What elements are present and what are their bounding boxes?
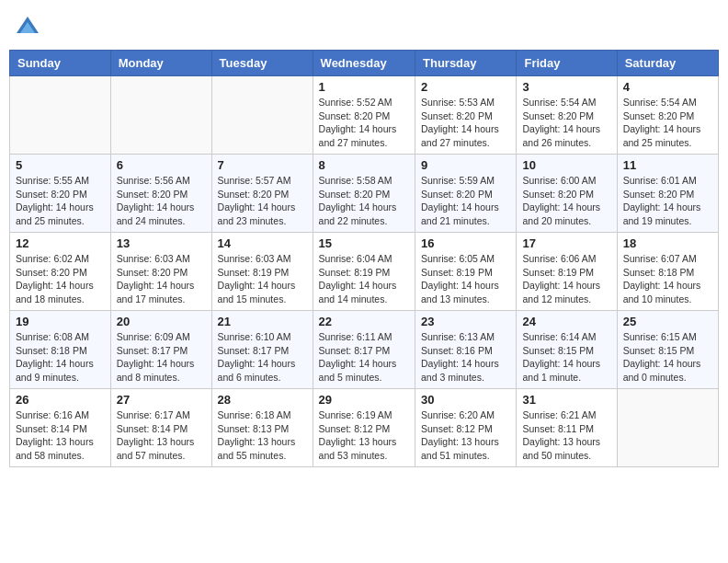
week-row-1: 1Sunrise: 5:52 AMSunset: 8:20 PMDaylight…	[10, 76, 719, 155]
day-info: Sunrise: 6:00 AMSunset: 8:20 PMDaylight:…	[522, 174, 610, 228]
day-number: 15	[319, 236, 409, 250]
calendar-cell: 19Sunrise: 6:08 AMSunset: 8:18 PMDayligh…	[10, 311, 111, 389]
week-row-5: 26Sunrise: 6:16 AMSunset: 8:14 PMDayligh…	[10, 389, 719, 467]
weekday-header-wednesday: Wednesday	[313, 51, 415, 76]
logo-icon	[15, 13, 40, 39]
calendar-cell: 12Sunrise: 6:02 AMSunset: 8:20 PMDayligh…	[10, 233, 111, 311]
calendar-cell: 21Sunrise: 6:10 AMSunset: 8:17 PMDayligh…	[211, 311, 313, 389]
calendar-cell: 7Sunrise: 5:57 AMSunset: 8:20 PMDaylight…	[211, 155, 313, 233]
calendar-cell: 5Sunrise: 5:55 AMSunset: 8:20 PMDaylight…	[10, 155, 111, 233]
day-number: 16	[421, 236, 510, 250]
day-info: Sunrise: 6:07 AMSunset: 8:18 PMDaylight:…	[623, 252, 712, 306]
day-number: 12	[16, 236, 105, 250]
calendar-cell: 6Sunrise: 5:56 AMSunset: 8:20 PMDaylight…	[110, 155, 211, 233]
day-info: Sunrise: 6:19 AMSunset: 8:12 PMDaylight:…	[319, 408, 409, 463]
day-number: 19	[16, 315, 105, 328]
day-number: 8	[319, 158, 409, 172]
day-number: 10	[522, 158, 610, 172]
day-number: 27	[117, 393, 206, 407]
calendar-cell	[110, 76, 211, 155]
calendar-cell	[211, 76, 313, 155]
day-number: 25	[623, 315, 712, 328]
calendar-cell: 17Sunrise: 6:06 AMSunset: 8:19 PMDayligh…	[517, 233, 617, 311]
day-info: Sunrise: 6:21 AMSunset: 8:11 PMDaylight:…	[522, 408, 610, 463]
day-info: Sunrise: 6:04 AMSunset: 8:19 PMDaylight:…	[319, 252, 409, 306]
day-number: 20	[117, 315, 206, 328]
weekday-header-monday: Monday	[110, 51, 211, 76]
calendar-cell: 29Sunrise: 6:19 AMSunset: 8:12 PMDayligh…	[313, 389, 415, 467]
day-number: 29	[319, 393, 409, 407]
day-number: 11	[623, 158, 712, 172]
day-info: Sunrise: 6:18 AMSunset: 8:13 PMDaylight:…	[218, 408, 307, 463]
calendar-cell: 23Sunrise: 6:13 AMSunset: 8:16 PMDayligh…	[415, 311, 517, 389]
calendar-cell: 1Sunrise: 5:52 AMSunset: 8:20 PMDaylight…	[313, 76, 415, 155]
calendar-cell: 22Sunrise: 6:11 AMSunset: 8:17 PMDayligh…	[313, 311, 415, 389]
day-info: Sunrise: 6:20 AMSunset: 8:12 PMDaylight:…	[421, 408, 510, 463]
day-info: Sunrise: 5:56 AMSunset: 8:20 PMDaylight:…	[117, 174, 206, 228]
day-info: Sunrise: 6:17 AMSunset: 8:14 PMDaylight:…	[117, 408, 206, 463]
page-header	[9, 9, 719, 42]
day-info: Sunrise: 5:54 AMSunset: 8:20 PMDaylight:…	[522, 96, 610, 150]
day-info: Sunrise: 5:55 AMSunset: 8:20 PMDaylight:…	[16, 174, 105, 228]
day-info: Sunrise: 6:10 AMSunset: 8:17 PMDaylight:…	[218, 330, 307, 385]
day-number: 7	[218, 158, 307, 172]
calendar-cell: 28Sunrise: 6:18 AMSunset: 8:13 PMDayligh…	[211, 389, 313, 467]
day-info: Sunrise: 6:03 AMSunset: 8:19 PMDaylight:…	[218, 252, 307, 306]
calendar-cell: 30Sunrise: 6:20 AMSunset: 8:12 PMDayligh…	[415, 389, 517, 467]
weekday-header-friday: Friday	[517, 51, 617, 76]
day-number: 9	[421, 158, 510, 172]
day-info: Sunrise: 6:03 AMSunset: 8:20 PMDaylight:…	[117, 252, 206, 306]
calendar-cell: 20Sunrise: 6:09 AMSunset: 8:17 PMDayligh…	[110, 311, 211, 389]
day-number: 22	[319, 315, 409, 328]
calendar-cell: 9Sunrise: 5:59 AMSunset: 8:20 PMDaylight…	[415, 155, 517, 233]
week-row-3: 12Sunrise: 6:02 AMSunset: 8:20 PMDayligh…	[10, 233, 719, 311]
week-row-2: 5Sunrise: 5:55 AMSunset: 8:20 PMDaylight…	[10, 155, 719, 233]
day-info: Sunrise: 6:06 AMSunset: 8:19 PMDaylight:…	[522, 252, 610, 306]
day-number: 21	[218, 315, 307, 328]
day-number: 14	[218, 236, 307, 250]
day-number: 30	[421, 393, 510, 407]
calendar-cell: 13Sunrise: 6:03 AMSunset: 8:20 PMDayligh…	[110, 233, 211, 311]
weekday-header-saturday: Saturday	[617, 51, 718, 76]
day-number: 18	[623, 236, 712, 250]
day-info: Sunrise: 6:05 AMSunset: 8:19 PMDaylight:…	[421, 252, 510, 306]
day-info: Sunrise: 6:01 AMSunset: 8:20 PMDaylight:…	[623, 174, 712, 228]
calendar-cell: 14Sunrise: 6:03 AMSunset: 8:19 PMDayligh…	[211, 233, 313, 311]
day-number: 2	[421, 80, 510, 94]
calendar-cell: 2Sunrise: 5:53 AMSunset: 8:20 PMDaylight…	[415, 76, 517, 155]
day-info: Sunrise: 5:59 AMSunset: 8:20 PMDaylight:…	[421, 174, 510, 228]
calendar-cell: 8Sunrise: 5:58 AMSunset: 8:20 PMDaylight…	[313, 155, 415, 233]
day-number: 31	[522, 393, 610, 407]
calendar-cell	[10, 76, 111, 155]
calendar-cell: 4Sunrise: 5:54 AMSunset: 8:20 PMDaylight…	[617, 76, 718, 155]
weekday-header-sunday: Sunday	[10, 51, 111, 76]
day-info: Sunrise: 5:57 AMSunset: 8:20 PMDaylight:…	[218, 174, 307, 228]
calendar-cell: 15Sunrise: 6:04 AMSunset: 8:19 PMDayligh…	[313, 233, 415, 311]
day-number: 1	[319, 80, 409, 94]
day-info: Sunrise: 6:09 AMSunset: 8:17 PMDaylight:…	[117, 330, 206, 385]
calendar-cell: 26Sunrise: 6:16 AMSunset: 8:14 PMDayligh…	[10, 389, 111, 467]
calendar-cell: 3Sunrise: 5:54 AMSunset: 8:20 PMDaylight…	[517, 76, 617, 155]
day-number: 24	[522, 315, 610, 328]
day-info: Sunrise: 6:16 AMSunset: 8:14 PMDaylight:…	[16, 408, 105, 463]
day-info: Sunrise: 6:13 AMSunset: 8:16 PMDaylight:…	[421, 330, 510, 385]
day-info: Sunrise: 5:58 AMSunset: 8:20 PMDaylight:…	[319, 174, 409, 228]
day-number: 26	[16, 393, 105, 407]
calendar-cell: 16Sunrise: 6:05 AMSunset: 8:19 PMDayligh…	[415, 233, 517, 311]
calendar-cell: 10Sunrise: 6:00 AMSunset: 8:20 PMDayligh…	[517, 155, 617, 233]
day-info: Sunrise: 6:15 AMSunset: 8:15 PMDaylight:…	[623, 330, 712, 385]
day-number: 6	[117, 158, 206, 172]
day-number: 28	[218, 393, 307, 407]
day-number: 23	[421, 315, 510, 328]
weekday-header-thursday: Thursday	[415, 51, 517, 76]
logo	[15, 13, 44, 39]
day-number: 5	[16, 158, 105, 172]
weekday-header-row: SundayMondayTuesdayWednesdayThursdayFrid…	[10, 51, 719, 76]
day-info: Sunrise: 5:52 AMSunset: 8:20 PMDaylight:…	[319, 96, 409, 150]
day-number: 17	[522, 236, 610, 250]
calendar-cell: 11Sunrise: 6:01 AMSunset: 8:20 PMDayligh…	[617, 155, 718, 233]
day-info: Sunrise: 6:14 AMSunset: 8:15 PMDaylight:…	[522, 330, 610, 385]
calendar-cell: 25Sunrise: 6:15 AMSunset: 8:15 PMDayligh…	[617, 311, 718, 389]
day-info: Sunrise: 6:02 AMSunset: 8:20 PMDaylight:…	[16, 252, 105, 306]
calendar-cell: 27Sunrise: 6:17 AMSunset: 8:14 PMDayligh…	[110, 389, 211, 467]
